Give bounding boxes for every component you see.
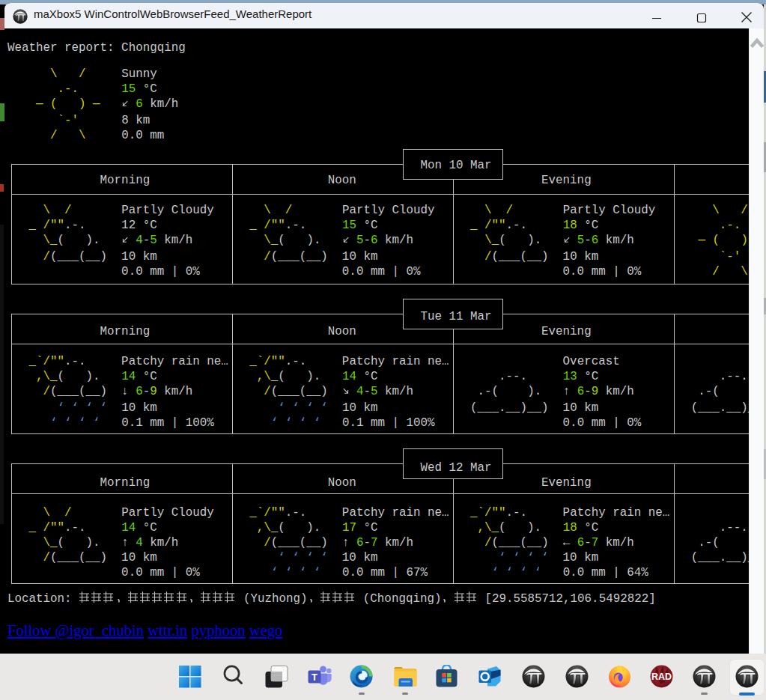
- svg-text:T: T: [311, 672, 317, 683]
- svg-text:RAD: RAD: [651, 672, 671, 682]
